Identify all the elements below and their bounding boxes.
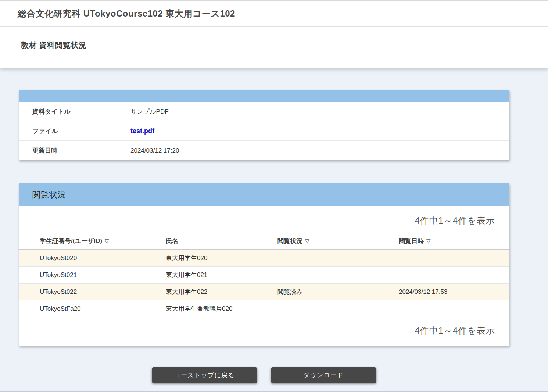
course-header: 総合文化研究科 UTokyoCourse102 東大用コース102 [0,0,548,27]
cell-name: 東大用学生020 [166,254,277,262]
file-download-link[interactable]: test.pdf [130,127,154,135]
column-header-name-label: 氏名 [166,238,178,245]
column-header-user-id[interactable]: 学生証番号/(ユーザID)▽ [19,237,166,245]
table-row: UTokyoSt021 東大用学生021 [19,267,509,284]
material-file-row: ファイル test.pdf [19,121,509,141]
column-header-user-id-label: 学生証番号/(ユーザID) [40,238,102,245]
download-button[interactable]: ダウンロード [271,367,376,383]
material-info-panel: 資料タイトル サンプルPDF ファイル test.pdf 更新日時 2024/0… [19,90,509,160]
material-file-value: test.pdf [130,127,509,135]
material-updated-label: 更新日時 [19,146,130,155]
viewing-status-panel: 閲覧状況 4件中1～4件を表示 学生証番号/(ユーザID)▽ 氏名 閲覧状況▽ … [19,183,509,346]
result-count-top: 4件中1～4件を表示 [19,206,509,233]
main-content: 資料タイトル サンプルPDF ファイル test.pdf 更新日時 2024/0… [19,90,509,383]
cell-name: 東大用学生021 [166,271,277,279]
sort-triangle-icon: ▽ [305,238,309,244]
column-header-view-status-label: 閲覧状況 [277,238,302,245]
page-subheader: 教材 資料閲覧状況 [0,27,548,68]
sort-triangle-icon: ▽ [105,238,109,244]
column-header-name: 氏名 [166,237,277,245]
cell-name: 東大用学生022 [166,288,277,296]
column-header-view-status[interactable]: 閲覧状況▽ [277,237,399,245]
table-row: UTokyoSt020 東大用学生020 [19,250,509,267]
action-button-row: コーストップに戻る ダウンロード [19,367,509,383]
material-title-value: サンプルPDF [130,107,509,116]
cell-view-date: 2024/03/12 17:53 [399,288,509,296]
back-to-course-top-button[interactable]: コーストップに戻る [152,367,257,383]
viewing-status-header-bar: 閲覧状況 [19,183,509,206]
material-updated-value: 2024/03/12 17:20 [130,147,509,154]
cell-view-status: 閲覧済み [277,288,399,296]
cell-user-id: UTokyoSt020 [19,254,166,262]
table-row: UTokyoSt022 東大用学生022 閲覧済み 2024/03/12 17:… [19,284,509,300]
material-file-label: ファイル [19,127,130,135]
cell-user-id: UTokyoSt021 [19,271,166,279]
page-title: 教材 資料閲覧状況 [0,27,548,50]
column-header-view-date[interactable]: 閲覧日時▽ [399,237,509,245]
sort-triangle-icon: ▽ [426,238,431,244]
result-count-bottom: 4件中1～4件を表示 [19,317,509,346]
course-title: 総合文化研究科 UTokyoCourse102 東大用コース102 [0,8,235,19]
column-header-view-date-label: 閲覧日時 [399,238,424,245]
table-row: UTokyoStFa20 東大用学生兼教職員020 [19,300,509,317]
material-updated-row: 更新日時 2024/03/12 17:20 [19,141,509,160]
material-panel-accent-bar [19,90,509,102]
material-title-label: 資料タイトル [19,107,130,116]
cell-user-id: UTokyoSt022 [19,288,166,296]
cell-user-id: UTokyoStFa20 [19,305,166,313]
viewing-status-section-title: 閲覧状況 [19,189,66,200]
cell-name: 東大用学生兼教職員020 [166,304,277,313]
material-title-row: 資料タイトル サンプルPDF [19,102,509,121]
status-table-header-row: 学生証番号/(ユーザID)▽ 氏名 閲覧状況▽ 閲覧日時▽ [19,233,509,250]
